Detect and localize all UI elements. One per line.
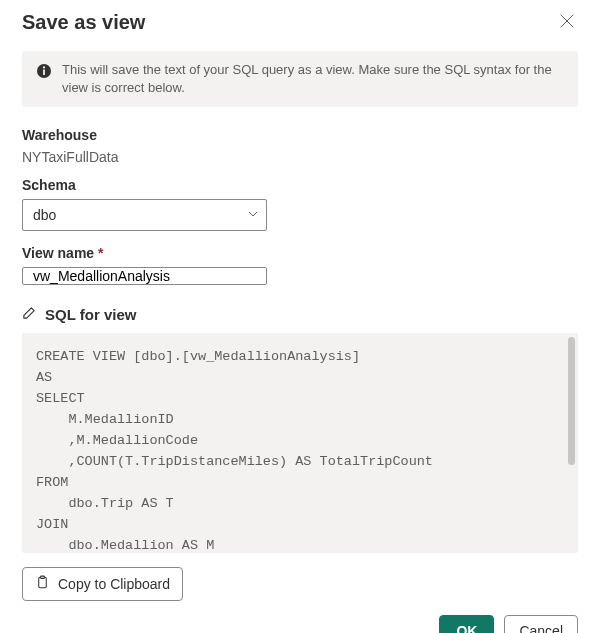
close-button[interactable] xyxy=(556,10,578,35)
schema-select-input[interactable] xyxy=(22,199,267,231)
sql-header: SQL for view xyxy=(22,305,578,323)
ok-button[interactable]: OK xyxy=(439,615,494,633)
svg-rect-4 xyxy=(41,577,45,579)
info-banner: This will save the text of your SQL quer… xyxy=(22,51,578,107)
dialog-footer: OK Cancel xyxy=(22,601,578,633)
sql-preview[interactable]: CREATE VIEW [dbo].[vw_MedallionAnalysis]… xyxy=(22,333,578,553)
warehouse-value: NYTaxiFullData xyxy=(22,149,578,165)
save-as-view-dialog: Save as view This will save the text of … xyxy=(0,0,600,633)
clipboard-icon xyxy=(35,575,50,593)
info-text: This will save the text of your SQL quer… xyxy=(62,61,564,97)
pencil-icon xyxy=(22,305,37,323)
svg-point-2 xyxy=(43,66,45,68)
schema-select[interactable] xyxy=(22,199,267,231)
view-name-label: View name * xyxy=(22,245,578,261)
view-name-input[interactable] xyxy=(22,267,267,285)
sql-header-label: SQL for view xyxy=(45,306,136,323)
svg-rect-1 xyxy=(43,70,45,76)
copy-button-label: Copy to Clipboard xyxy=(58,576,170,592)
dialog-header: Save as view xyxy=(22,10,578,43)
required-marker: * xyxy=(98,245,103,261)
warehouse-label: Warehouse xyxy=(22,127,578,143)
copy-to-clipboard-button[interactable]: Copy to Clipboard xyxy=(22,567,183,601)
cancel-button[interactable]: Cancel xyxy=(504,615,578,633)
close-icon xyxy=(560,14,574,31)
sql-preview-container: CREATE VIEW [dbo].[vw_MedallionAnalysis]… xyxy=(22,333,578,553)
scrollbar-thumb[interactable] xyxy=(568,337,575,465)
info-icon xyxy=(36,63,52,82)
schema-label: Schema xyxy=(22,177,578,193)
dialog-title: Save as view xyxy=(22,11,145,34)
